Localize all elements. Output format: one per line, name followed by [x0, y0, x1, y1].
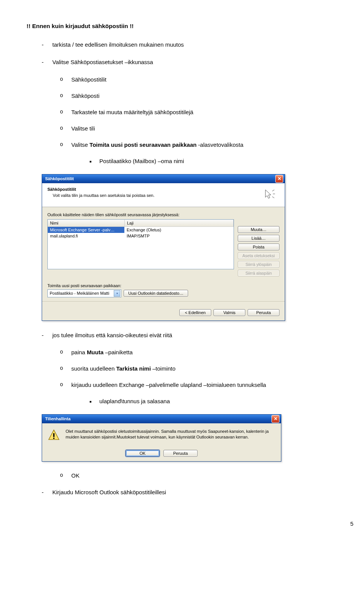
row-type: Exchange (Oletus) [124, 227, 234, 233]
text-suffix: –toiminto [151, 365, 176, 372]
item-mailbox-name: Postilaatikko (Mailbox) –oma nimi [89, 158, 334, 164]
dialog-intro: Outlook käsittelee näiden tilien sähköpo… [47, 212, 279, 217]
text-bold: Muuta [87, 349, 104, 355]
email-accounts-dialog: Sähköpostitilit ✕ Sähköpostitilit Voit v… [42, 174, 285, 321]
col-type: Laji [125, 220, 234, 226]
step-if-permission-error: jos tulee ilmoitus että kansio-oikeutesi… [42, 332, 334, 339]
step-login-outlook: Kirjaudu Microsoft Outlook sähköpostitil… [42, 489, 334, 496]
text-bold: Toimita uusi posti seuraavaan paikkaan [89, 141, 196, 148]
list-row[interactable]: mail.ulapland.fi IMAP/SMTP [48, 233, 234, 239]
move-down-button: Siirrä alaspäin [238, 270, 279, 277]
cancel-button[interactable]: Peruuta [163, 450, 198, 457]
warning-icon [47, 429, 60, 442]
accounts-listbox[interactable]: Nimi Laji Microsoft Exchange Server -pal… [47, 219, 234, 269]
cursor-icon [262, 188, 276, 201]
dialog-titlebar: Tilienhallinta ✕ [42, 415, 281, 423]
text-suffix: –painiketta [104, 349, 133, 355]
deliver-dropdown[interactable]: Postilaatikko - Meikäläinen Matti ▾ [47, 289, 121, 297]
item-select-account: Valitse tili [60, 125, 334, 132]
list-row-selected[interactable]: Microsoft Exchange Server -palv… Exchang… [48, 227, 234, 233]
item-ok: OK [60, 472, 334, 479]
step-select-settings: Valitse Sähköpostiasetukset –ikkunassa [42, 58, 334, 66]
dialog-message: Olet muuttanut sähköpostisi oletustoimit… [66, 429, 276, 440]
svg-rect-1 [53, 438, 54, 439]
list-header: Nimi Laji [48, 220, 234, 227]
move-up-button: Siirrä ylöspäin [238, 261, 279, 268]
heading-before-login: !! Ennen kuin kirjaudut sähköpostiin !! [27, 23, 334, 30]
dialog-header-title: Sähköpostitilit [47, 187, 257, 192]
page-number: 5 [0, 514, 364, 531]
dialog-header-sub: Voit valita tilin ja muuttaa sen asetuks… [53, 193, 257, 198]
item-review-accounts: Tarkastele tai muuta määriteltyjä sähköp… [60, 109, 334, 115]
change-button[interactable]: Muuta… [238, 226, 279, 233]
account-management-dialog: Tilienhallinta ✕ Olet muuttanut sähköpos… [42, 414, 281, 462]
item-email: Sähköposti [60, 93, 334, 99]
close-icon[interactable]: ✕ [275, 175, 283, 183]
finish-button[interactable]: Valmis [213, 309, 245, 316]
item-rerun-checkname: suorita uudelleen Tarkista nimi –toimint… [60, 365, 334, 372]
deliver-label: Toimita uusi posti seuraavaan paikkaan: [47, 283, 279, 288]
text-bold: Tarkista nimi [116, 365, 151, 372]
row-name: mail.ulapland.fi [48, 233, 124, 239]
text-prefix: Valitse [71, 141, 89, 148]
chevron-down-icon: ▾ [114, 290, 120, 297]
row-name: Microsoft Exchange Server -palv… [48, 227, 124, 233]
text-prefix: paina [71, 349, 87, 355]
dialog-titlebar: Sähköpostitilit ✕ [42, 174, 285, 183]
divider [42, 301, 285, 302]
new-datafile-button[interactable]: Uusi Outlookin datatiedosto… [124, 290, 188, 297]
item-press-change: paina Muuta –painiketta [60, 349, 334, 355]
add-button[interactable]: Lisää… [238, 235, 279, 242]
item-select-deliver: Valitse Toimita uusi posti seuraavaan pa… [60, 141, 334, 148]
text-prefix: suorita uudelleen [71, 365, 116, 372]
close-icon[interactable]: ✕ [271, 415, 279, 423]
col-name: Nimi [48, 220, 125, 226]
row-type: IMAP/SMTP [124, 233, 234, 239]
svg-rect-0 [53, 433, 54, 437]
item-domain-credentials: ulapland\tunnus ja salasana [89, 398, 334, 404]
back-button[interactable]: < Edellinen [179, 309, 211, 316]
set-default-button: Aseta oletukseksi [238, 252, 279, 259]
dialog-header: Sähköpostitilit Voit valita tilin ja muu… [42, 183, 285, 207]
ok-button[interactable]: OK [126, 450, 160, 457]
dialog-title: Tilienhallinta [45, 416, 71, 421]
cancel-button[interactable]: Peruuta [248, 309, 279, 316]
dialog-title: Sähköpostitilit [45, 176, 74, 181]
deliver-value: Postilaatikko - Meikäläinen Matti [50, 291, 109, 295]
step-check-previous: tarkista / tee edellisen ilmoituksen muk… [42, 41, 334, 49]
remove-button[interactable]: Poista [238, 244, 279, 250]
text-suffix: -alasvetovalikosta [196, 141, 243, 148]
item-email-accounts: Sähköpostitilit [60, 76, 334, 83]
item-relogin: kirjaudu uudelleen Exchange –palvelimell… [60, 382, 334, 388]
